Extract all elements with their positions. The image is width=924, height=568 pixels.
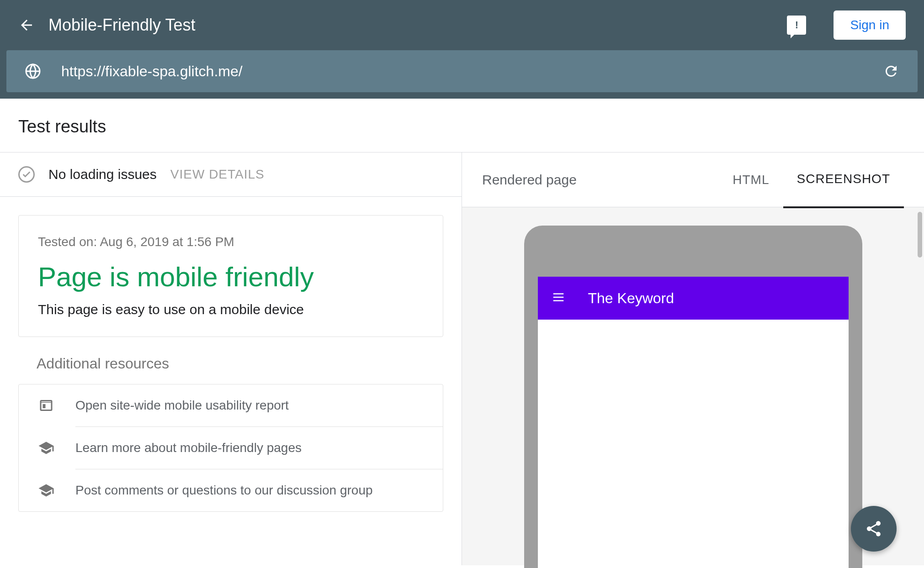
loading-status-row: No loading issues VIEW DETAILS <box>0 153 462 197</box>
tab-screenshot[interactable]: SCREENSHOT <box>783 152 904 208</box>
tab-html[interactable]: HTML <box>719 153 783 207</box>
phone-header: The Keyword <box>538 277 849 320</box>
tested-on-text: Tested on: Aug 6, 2019 at 1:56 PM <box>38 235 424 249</box>
scrollbar-indicator[interactable] <box>918 212 922 258</box>
signin-button[interactable]: Sign in <box>834 11 906 40</box>
phone-preview: The Keyword <box>524 226 862 568</box>
resource-item-discussion[interactable]: Post comments or questions to our discus… <box>19 469 443 511</box>
result-headline: Page is mobile friendly <box>38 261 424 293</box>
phone-screen: The Keyword <box>538 277 849 568</box>
resource-label: Open site-wide mobile usability report <box>75 398 289 413</box>
url-input[interactable] <box>61 63 863 80</box>
app-title: Mobile-Friendly Test <box>48 16 773 35</box>
hamburger-icon <box>552 290 565 306</box>
result-card: Tested on: Aug 6, 2019 at 1:56 PM Page i… <box>18 215 443 337</box>
app-header: Mobile-Friendly Test ! Sign in <box>0 0 924 50</box>
left-panel: No loading issues VIEW DETAILS Tested on… <box>0 153 462 565</box>
resource-item-usability-report[interactable]: Open site-wide mobile usability report <box>19 384 443 426</box>
section-title: Test results <box>18 117 906 137</box>
share-icon <box>865 520 883 538</box>
phone-page-title: The Keyword <box>588 290 674 307</box>
url-bar <box>6 50 918 92</box>
section-title-bar: Test results <box>0 99 924 153</box>
graduation-cap-icon <box>37 440 55 456</box>
globe-icon <box>25 63 41 79</box>
resource-label: Learn more about mobile-friendly pages <box>75 441 302 455</box>
webpage-icon <box>37 397 55 414</box>
result-subtext: This page is easy to use on a mobile dev… <box>38 302 424 317</box>
refresh-icon[interactable] <box>883 63 899 79</box>
rendered-page-label: Rendered page <box>482 172 719 188</box>
loading-status-text: No loading issues <box>48 167 157 182</box>
graduation-cap-icon <box>37 482 55 499</box>
check-circle-icon <box>18 166 35 183</box>
resource-item-learn-more[interactable]: Learn more about mobile-friendly pages <box>19 427 443 469</box>
resources-card: Open site-wide mobile usability report L… <box>18 384 443 512</box>
exclaim-icon: ! <box>795 19 798 31</box>
main-content: No loading issues VIEW DETAILS Tested on… <box>0 153 924 565</box>
right-panel: Rendered page HTML SCREENSHOT The Keywor… <box>462 153 924 565</box>
share-button[interactable] <box>851 506 897 552</box>
feedback-icon[interactable]: ! <box>787 16 806 35</box>
back-arrow-icon[interactable] <box>18 17 35 33</box>
view-details-button[interactable]: VIEW DETAILS <box>170 167 265 182</box>
url-bar-container <box>0 50 924 99</box>
resource-label: Post comments or questions to our discus… <box>75 483 373 498</box>
resources-title: Additional resources <box>0 355 462 384</box>
right-panel-header: Rendered page HTML SCREENSHOT <box>462 153 924 207</box>
